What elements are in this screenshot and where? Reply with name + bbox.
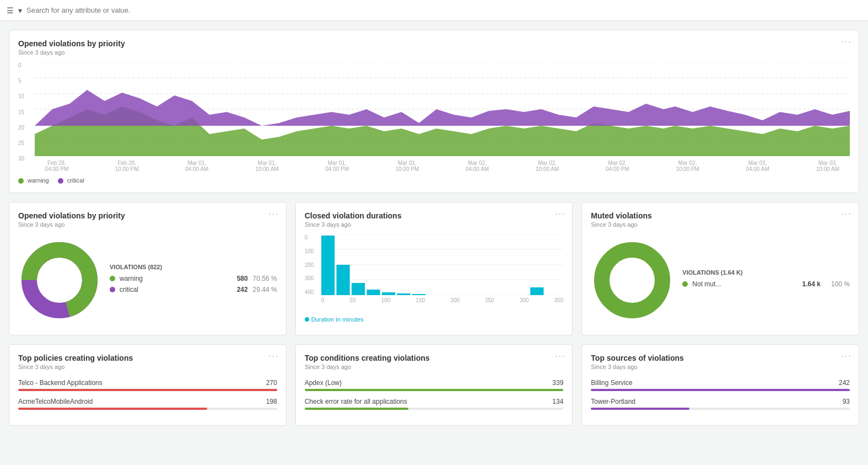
duration-bar-svg <box>321 234 564 295</box>
source-count-0: 242 <box>839 379 850 387</box>
bottom-row: ··· Top policies creating violations Sin… <box>9 344 859 426</box>
top-conditions-card: ··· Top conditions creating violations S… <box>295 344 573 426</box>
top-sources-subtitle: Since 3 days ago <box>591 364 850 370</box>
donut-area-priority: VIOLATIONS (822) warning 580 70.56 % cri… <box>18 234 277 326</box>
violations-table-muted: VIOLATIONS (1.64 K) Not mut... 1.64 k 10… <box>682 269 850 291</box>
violations-total-label: VIOLATIONS (822) <box>110 264 277 270</box>
source-count-1: 93 <box>843 398 850 405</box>
violations-row-critical: critical 242 29.44 % <box>110 286 277 293</box>
card-menu-policies[interactable]: ··· <box>268 351 279 361</box>
closed-durations-card: ··· Closed violation durations Since 3 d… <box>295 202 573 335</box>
svg-marker-8 <box>35 90 850 126</box>
top-conditions-title: Top conditions creating violations <box>305 354 564 362</box>
card-menu-muted[interactable]: ··· <box>842 209 852 219</box>
svg-point-11 <box>39 259 80 301</box>
svg-rect-20 <box>366 290 380 295</box>
source-item-0: Billing Service 242 <box>591 379 850 391</box>
policy-count-1: 198 <box>266 398 277 405</box>
svg-rect-18 <box>336 265 349 295</box>
top-chart-subtitle: Since 3 days ago <box>18 49 850 56</box>
search-input[interactable] <box>26 6 861 14</box>
svg-rect-17 <box>321 236 335 295</box>
top-sources-card: ··· Top sources of violations Since 3 da… <box>581 344 859 426</box>
topbar: ☰ ▾ <box>0 0 868 21</box>
condition-count-1: 134 <box>552 398 563 405</box>
policy-item-0: Telco - Backend Applications 270 <box>18 379 277 391</box>
violations-table-priority: VIOLATIONS (822) warning 580 70.56 % cri… <box>110 264 277 297</box>
warning-dot-2 <box>110 276 115 281</box>
top-conditions-subtitle: Since 3 days ago <box>305 364 564 370</box>
top-policies-title: Top policies creating violations <box>18 354 277 362</box>
violations-row-notmuted: Not mut... 1.64 k 100 % <box>682 280 850 288</box>
violations-priority-subtitle: Since 3 days ago <box>18 221 277 228</box>
chart-inner: Feb 28,04:00 PM Feb 28,10:00 PM Mar 01,0… <box>35 62 850 173</box>
closed-durations-title: Closed violation durations <box>305 211 564 220</box>
top-policies-subtitle: Since 3 days ago <box>18 364 277 370</box>
svg-rect-19 <box>352 283 365 295</box>
critical-dot-2 <box>110 287 115 292</box>
note-dot <box>305 317 309 322</box>
bar-y-labels: 400 300 200 100 0 <box>305 234 321 295</box>
source-label-1: Tower-Portland <box>591 398 635 405</box>
source-bar-0 <box>591 389 850 391</box>
critical-dot <box>58 178 63 184</box>
notmuted-dot <box>682 281 688 287</box>
priority-donut-svg <box>18 239 101 322</box>
legend-warning: warning <box>18 177 49 184</box>
muted-total-label: VIOLATIONS (1.64 K) <box>682 269 850 276</box>
filter-icon[interactable]: ☰ <box>7 6 14 15</box>
bar-x-labels: 0 50 100 150 200 250 300 350 <box>321 295 564 312</box>
violations-priority-title: Opened violations by priority <box>18 211 277 220</box>
closed-durations-subtitle: Since 3 days ago <box>305 221 564 228</box>
chart-legend: warning critical <box>18 177 850 184</box>
condition-label-0: Apdex (Low) <box>305 379 342 387</box>
middle-row: ··· Opened violations by priority Since … <box>9 202 859 335</box>
policy-label-0: Telco - Backend Applications <box>18 379 103 387</box>
card-menu-top[interactable]: ··· <box>842 37 852 47</box>
y-axis-labels: 30 25 20 15 10 5 0 <box>18 62 35 173</box>
bar-chart-area: 400 300 200 100 0 <box>305 234 564 312</box>
chevron-down-icon[interactable]: ▾ <box>18 6 22 15</box>
svg-rect-24 <box>530 287 543 295</box>
source-label-0: Billing Service <box>591 379 632 387</box>
condition-item-1: Check error rate for all applications 13… <box>305 398 564 410</box>
policy-item-1: AcmeTelcoMobileAndroid 198 <box>18 398 277 410</box>
x-axis-labels: Feb 28,04:00 PM Feb 28,10:00 PM Mar 01,0… <box>35 158 850 174</box>
muted-violations-subtitle: Since 3 days ago <box>591 221 850 228</box>
card-menu-conditions[interactable]: ··· <box>555 351 565 361</box>
top-chart-title: Opened violations by priority <box>18 39 850 48</box>
area-chart-svg <box>35 62 850 156</box>
condition-bar-1 <box>305 408 408 410</box>
policy-count-0: 270 <box>266 379 277 387</box>
muted-violations-card: ··· Muted violations Since 3 days ago VI… <box>581 202 859 335</box>
top-chart-area: 30 25 20 15 10 5 0 <box>18 62 850 173</box>
condition-label-1: Check error rate for all applications <box>305 398 407 405</box>
bar-chart-inner <box>321 234 564 295</box>
condition-item-0: Apdex (Low) 339 <box>305 379 564 391</box>
svg-point-26 <box>611 259 653 301</box>
condition-count-0: 339 <box>552 379 563 387</box>
top-chart-card: ··· Opened violations by priority Since … <box>9 30 859 193</box>
warning-dot <box>18 178 24 184</box>
violations-row-warning: warning 580 70.56 % <box>110 275 277 282</box>
chart-note: Duration in minutes <box>305 316 564 323</box>
card-menu-priority[interactable]: ··· <box>268 209 279 219</box>
muted-donut-svg <box>591 239 673 322</box>
violations-priority-card: ··· Opened violations by priority Since … <box>9 202 287 335</box>
policy-bar-1 <box>18 408 207 410</box>
source-item-1: Tower-Portland 93 <box>591 398 850 410</box>
donut-area-muted: VIOLATIONS (1.64 K) Not mut... 1.64 k 10… <box>591 234 850 326</box>
top-sources-title: Top sources of violations <box>591 354 850 362</box>
source-bar-1 <box>591 408 689 410</box>
policy-bar-0 <box>18 389 277 391</box>
card-menu-sources[interactable]: ··· <box>842 351 852 361</box>
card-menu-durations[interactable]: ··· <box>555 209 565 219</box>
top-policies-card: ··· Top policies creating violations Sin… <box>9 344 287 426</box>
muted-violations-title: Muted violations <box>591 211 850 220</box>
condition-bar-0 <box>305 389 564 391</box>
policy-label-1: AcmeTelcoMobileAndroid <box>18 398 93 405</box>
legend-critical: critical <box>58 177 84 184</box>
